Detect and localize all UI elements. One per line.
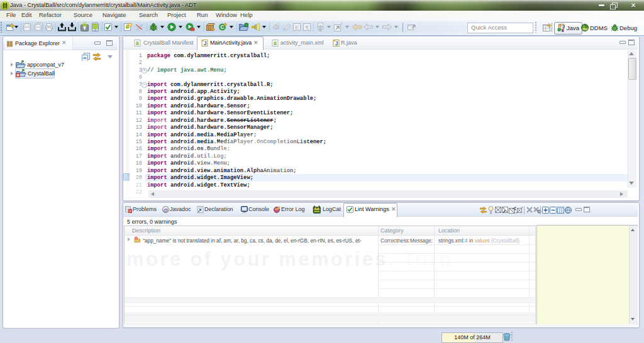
svg-text:E: E <box>295 24 299 31</box>
svg-text:¶: ¶ <box>306 24 309 31</box>
svg-text:J: J <box>335 40 338 46</box>
svg-text:J: J <box>562 24 565 30</box>
svg-text:J: J <box>204 40 207 46</box>
